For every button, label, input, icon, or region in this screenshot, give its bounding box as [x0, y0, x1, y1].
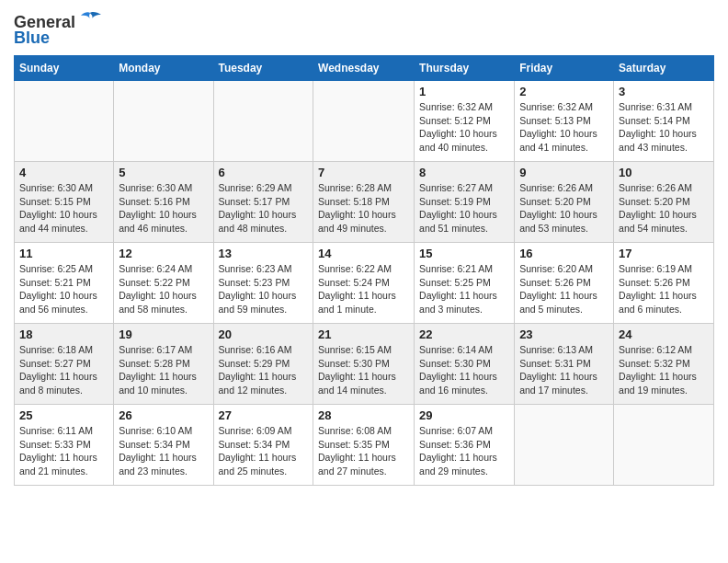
col-header-saturday: Saturday	[614, 56, 714, 81]
calendar-cell: 25Sunrise: 6:11 AM Sunset: 5:33 PM Dayli…	[15, 405, 114, 486]
day-info: Sunrise: 6:16 AM Sunset: 5:29 PM Dayligh…	[219, 343, 309, 397]
day-info: Sunrise: 6:07 AM Sunset: 5:36 PM Dayligh…	[419, 424, 509, 478]
calendar-cell: 18Sunrise: 6:18 AM Sunset: 5:27 PM Dayli…	[15, 324, 114, 405]
day-number: 1	[419, 85, 509, 98]
calendar-cell: 21Sunrise: 6:15 AM Sunset: 5:30 PM Dayli…	[313, 324, 415, 405]
col-header-friday: Friday	[515, 56, 614, 81]
day-number: 3	[619, 85, 709, 98]
calendar-cell	[15, 81, 114, 162]
calendar-cell: 28Sunrise: 6:08 AM Sunset: 5:35 PM Dayli…	[313, 405, 415, 486]
day-info: Sunrise: 6:24 AM Sunset: 5:22 PM Dayligh…	[119, 262, 208, 316]
col-header-thursday: Thursday	[415, 56, 515, 81]
calendar-cell: 2Sunrise: 6:32 AM Sunset: 5:13 PM Daylig…	[515, 81, 614, 162]
calendar-cell: 12Sunrise: 6:24 AM Sunset: 5:22 PM Dayli…	[114, 243, 213, 324]
day-number: 11	[19, 247, 108, 260]
calendar-cell: 13Sunrise: 6:23 AM Sunset: 5:23 PM Dayli…	[213, 243, 313, 324]
calendar-cell: 15Sunrise: 6:21 AM Sunset: 5:25 PM Dayli…	[415, 243, 515, 324]
day-number: 10	[619, 166, 709, 179]
day-info: Sunrise: 6:21 AM Sunset: 5:25 PM Dayligh…	[419, 262, 509, 316]
day-info: Sunrise: 6:23 AM Sunset: 5:23 PM Dayligh…	[219, 262, 309, 316]
day-number: 21	[318, 327, 409, 341]
week-row-4: 18Sunrise: 6:18 AM Sunset: 5:27 PM Dayli…	[15, 324, 714, 405]
calendar-cell: 9Sunrise: 6:26 AM Sunset: 5:20 PM Daylig…	[515, 162, 614, 243]
calendar-cell: 23Sunrise: 6:13 AM Sunset: 5:31 PM Dayli…	[515, 324, 614, 405]
col-header-monday: Monday	[114, 56, 213, 81]
day-info: Sunrise: 6:25 AM Sunset: 5:21 PM Dayligh…	[19, 262, 108, 316]
calendar-cell: 11Sunrise: 6:25 AM Sunset: 5:21 PM Dayli…	[15, 243, 114, 324]
week-row-2: 4Sunrise: 6:30 AM Sunset: 5:15 PM Daylig…	[15, 162, 714, 243]
calendar-cell: 14Sunrise: 6:22 AM Sunset: 5:24 PM Dayli…	[313, 243, 415, 324]
calendar-cell	[313, 81, 415, 162]
calendar-cell: 20Sunrise: 6:16 AM Sunset: 5:29 PM Dayli…	[213, 324, 313, 405]
calendar-cell	[614, 405, 714, 486]
calendar-table: SundayMondayTuesdayWednesdayThursdayFrid…	[14, 55, 714, 486]
day-info: Sunrise: 6:13 AM Sunset: 5:31 PM Dayligh…	[519, 343, 609, 397]
day-number: 8	[419, 166, 509, 179]
day-info: Sunrise: 6:19 AM Sunset: 5:26 PM Dayligh…	[619, 262, 709, 316]
day-number: 25	[19, 408, 108, 422]
calendar-cell: 27Sunrise: 6:09 AM Sunset: 5:34 PM Dayli…	[213, 405, 313, 486]
calendar-cell: 7Sunrise: 6:28 AM Sunset: 5:18 PM Daylig…	[313, 162, 415, 243]
day-info: Sunrise: 6:31 AM Sunset: 5:14 PM Dayligh…	[619, 100, 709, 155]
day-number: 6	[219, 166, 309, 179]
day-number: 2	[519, 85, 609, 98]
day-info: Sunrise: 6:28 AM Sunset: 5:18 PM Dayligh…	[318, 181, 409, 236]
calendar-cell: 8Sunrise: 6:27 AM Sunset: 5:19 PM Daylig…	[415, 162, 515, 243]
day-number: 15	[419, 247, 509, 260]
calendar-cell: 22Sunrise: 6:14 AM Sunset: 5:30 PM Dayli…	[415, 324, 515, 405]
day-number: 28	[318, 408, 409, 422]
week-row-3: 11Sunrise: 6:25 AM Sunset: 5:21 PM Dayli…	[15, 243, 714, 324]
day-info: Sunrise: 6:26 AM Sunset: 5:20 PM Dayligh…	[619, 181, 709, 236]
calendar-cell: 10Sunrise: 6:26 AM Sunset: 5:20 PM Dayli…	[614, 162, 714, 243]
day-info: Sunrise: 6:09 AM Sunset: 5:34 PM Dayligh…	[219, 424, 309, 478]
day-info: Sunrise: 6:32 AM Sunset: 5:13 PM Dayligh…	[519, 100, 609, 155]
calendar-cell: 17Sunrise: 6:19 AM Sunset: 5:26 PM Dayli…	[614, 243, 714, 324]
day-info: Sunrise: 6:30 AM Sunset: 5:16 PM Dayligh…	[119, 181, 208, 236]
calendar-cell: 29Sunrise: 6:07 AM Sunset: 5:36 PM Dayli…	[415, 405, 515, 486]
calendar-cell: 3Sunrise: 6:31 AM Sunset: 5:14 PM Daylig…	[614, 81, 714, 162]
day-info: Sunrise: 6:10 AM Sunset: 5:34 PM Dayligh…	[119, 424, 208, 478]
day-number: 7	[318, 166, 409, 179]
day-number: 9	[519, 166, 609, 179]
col-header-sunday: Sunday	[15, 56, 114, 81]
day-number: 22	[419, 327, 509, 341]
week-row-5: 25Sunrise: 6:11 AM Sunset: 5:33 PM Dayli…	[15, 405, 714, 486]
day-number: 19	[119, 327, 208, 341]
page-header: General Blue	[14, 9, 714, 48]
day-number: 14	[318, 247, 409, 260]
day-info: Sunrise: 6:15 AM Sunset: 5:30 PM Dayligh…	[318, 343, 409, 397]
day-info: Sunrise: 6:32 AM Sunset: 5:12 PM Dayligh…	[419, 100, 509, 155]
calendar-cell	[114, 81, 213, 162]
calendar-cell	[515, 405, 614, 486]
calendar-cell: 6Sunrise: 6:29 AM Sunset: 5:17 PM Daylig…	[213, 162, 313, 243]
calendar-cell: 5Sunrise: 6:30 AM Sunset: 5:16 PM Daylig…	[114, 162, 213, 243]
week-row-1: 1Sunrise: 6:32 AM Sunset: 5:12 PM Daylig…	[15, 81, 714, 162]
day-number: 27	[219, 408, 309, 422]
day-number: 13	[219, 247, 309, 260]
day-number: 18	[19, 327, 108, 341]
header-row: SundayMondayTuesdayWednesdayThursdayFrid…	[15, 56, 714, 81]
day-number: 12	[119, 247, 208, 260]
day-number: 20	[219, 327, 309, 341]
calendar-cell: 26Sunrise: 6:10 AM Sunset: 5:34 PM Dayli…	[114, 405, 213, 486]
calendar-cell: 1Sunrise: 6:32 AM Sunset: 5:12 PM Daylig…	[415, 81, 515, 162]
day-number: 26	[119, 408, 208, 422]
day-info: Sunrise: 6:29 AM Sunset: 5:17 PM Dayligh…	[219, 181, 309, 236]
day-info: Sunrise: 6:26 AM Sunset: 5:20 PM Dayligh…	[519, 181, 609, 236]
day-info: Sunrise: 6:11 AM Sunset: 5:33 PM Dayligh…	[19, 424, 108, 478]
day-info: Sunrise: 6:08 AM Sunset: 5:35 PM Dayligh…	[318, 424, 409, 478]
day-number: 16	[519, 247, 609, 260]
col-header-wednesday: Wednesday	[313, 56, 415, 81]
day-info: Sunrise: 6:12 AM Sunset: 5:32 PM Dayligh…	[619, 343, 709, 397]
calendar-cell: 19Sunrise: 6:17 AM Sunset: 5:28 PM Dayli…	[114, 324, 213, 405]
day-info: Sunrise: 6:22 AM Sunset: 5:24 PM Dayligh…	[318, 262, 409, 316]
day-info: Sunrise: 6:14 AM Sunset: 5:30 PM Dayligh…	[419, 343, 509, 397]
day-number: 23	[519, 327, 609, 341]
day-number: 4	[19, 166, 108, 179]
day-number: 5	[119, 166, 208, 179]
logo: General Blue	[14, 13, 103, 48]
day-number: 29	[419, 408, 509, 422]
calendar-cell: 16Sunrise: 6:20 AM Sunset: 5:26 PM Dayli…	[515, 243, 614, 324]
day-info: Sunrise: 6:27 AM Sunset: 5:19 PM Dayligh…	[419, 181, 509, 236]
col-header-tuesday: Tuesday	[213, 56, 313, 81]
